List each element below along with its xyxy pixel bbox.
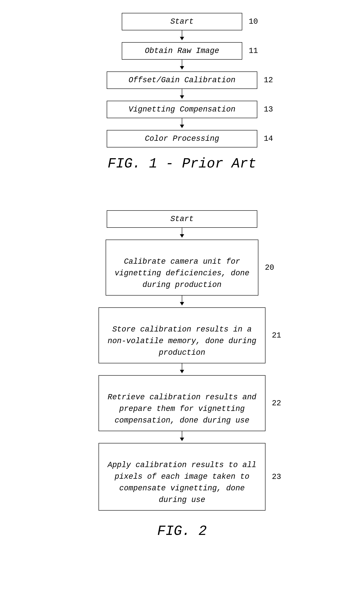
fig1-ref-4: 14 — [264, 134, 273, 143]
fig2-label-2: Store calibration results in a non-volat… — [108, 325, 256, 357]
fig2-step-2: Store calibration results in a non-volat… — [98, 307, 265, 363]
fig1-ref-2: 12 — [264, 76, 273, 85]
fig2-ref-2: 21 — [272, 331, 281, 340]
fig1-label-4: Color Processing — [145, 134, 219, 143]
fig1-step-4: Color Processing 14 — [107, 130, 257, 148]
fig2-arrow-4 — [180, 431, 184, 443]
fig1-box-3: Vignetting Compensation — [107, 101, 257, 118]
fig1-label-1: Obtain Raw Image — [145, 47, 219, 55]
arrow-2 — [180, 60, 184, 72]
arrow-3 — [180, 89, 184, 101]
fig2-ref-3: 22 — [272, 399, 281, 408]
fig2-box-0: Start — [107, 210, 257, 228]
fig1-box-1: Obtain Raw Image — [122, 42, 242, 60]
arrow-1 — [180, 30, 184, 42]
fig2-label-1: Calibrate camera unit for vignetting def… — [115, 257, 250, 289]
fig2-step-1: Calibrate camera unit for vignetting def… — [106, 239, 259, 296]
fig1-ref-1: 11 — [249, 47, 258, 55]
fig1-ref-3: 13 — [264, 105, 273, 114]
arrow-4 — [180, 118, 184, 130]
fig2-box-1: Calibrate camera unit for vignetting def… — [106, 239, 259, 296]
fig1-box-2: Offset/Gain Calibration — [107, 72, 257, 89]
fig2-step-3: Retrieve calibration results and prepare… — [98, 375, 265, 431]
fig1-step-2: Offset/Gain Calibration 12 — [107, 72, 257, 89]
fig1-box-0: Start — [122, 13, 242, 30]
fig2-box-3: Retrieve calibration results and prepare… — [98, 375, 265, 431]
fig2-arrow-1 — [180, 228, 184, 239]
fig2-arrow-3 — [180, 363, 184, 375]
fig2-ref-1: 20 — [265, 263, 274, 272]
fig1-flowchart: Start 10 Obtain Raw Image 11 Offset/Gain… — [107, 13, 257, 148]
fig2-label-3: Retrieve calibration results and prepare… — [108, 393, 256, 425]
fig1-step-1: Obtain Raw Image 11 — [122, 42, 242, 60]
fig1-label-3: Vignetting Compensation — [129, 105, 236, 114]
fig1-step-3: Vignetting Compensation 13 — [107, 101, 257, 118]
fig2-step-4: Apply calibration results to all pixels … — [98, 443, 265, 511]
fig1-label-2: Offset/Gain Calibration — [129, 76, 236, 85]
fig2-box-2: Store calibration results in a non-volat… — [98, 307, 265, 363]
fig2-flowchart: Start Calibrate camera unit for vignetti… — [98, 210, 265, 511]
fig1-caption: FIG. 1 - Prior Art — [108, 156, 256, 172]
fig1-box-4: Color Processing — [107, 130, 257, 148]
fig1-label-0: Start — [170, 17, 194, 26]
fig2-box-4: Apply calibration results to all pixels … — [98, 443, 265, 511]
fig2-arrow-2 — [180, 296, 184, 307]
fig2-caption: FIG. 2 — [157, 524, 207, 539]
fig1-step-0: Start 10 — [122, 13, 242, 30]
fig1-ref-0: 10 — [249, 17, 258, 26]
fig2-ref-4: 23 — [272, 472, 281, 481]
fig2-step-0: Start — [107, 210, 257, 228]
fig1-section: Start 10 Obtain Raw Image 11 Offset/Gain… — [17, 13, 347, 185]
fig2-label-4: Apply calibration results to all pixels … — [108, 461, 256, 504]
fig2-label-0: Start — [170, 214, 194, 223]
fig2-section: Start Calibrate camera unit for vignetti… — [17, 210, 347, 552]
